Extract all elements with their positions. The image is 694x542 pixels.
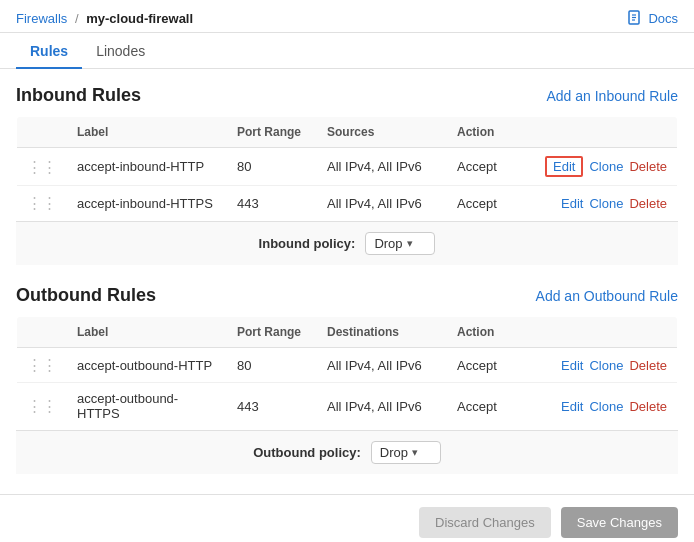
add-inbound-rule-link[interactable]: Add an Inbound Rule [546,88,678,104]
outbound-col-action-header: Action [447,317,527,348]
outbound-rule-port: 80 [227,348,317,383]
outbound-policy-value: Drop [380,445,408,460]
inbound-policy-label: Inbound policy: [259,236,356,251]
inbound-rule-sources: All IPv4, All IPv6 [317,186,447,221]
drag-handle-icon: ⋮⋮ [27,158,57,175]
table-row: ⋮⋮ accept-inbound-HTTP 80 All IPv4, All … [17,148,678,186]
breadcrumb-parent[interactable]: Firewalls [16,11,67,26]
inbound-col-action-header: Action [447,117,527,148]
inbound-col-sources-header: Sources [317,117,447,148]
footer-bar: Discard Changes Save Changes [0,494,694,542]
save-changes-button[interactable]: Save Changes [561,507,678,538]
drag-handle-icon: ⋮⋮ [27,194,57,211]
outbound-col-destinations-header: Destinations [317,317,447,348]
delete-button[interactable]: Delete [629,196,667,211]
table-row: ⋮⋮ accept-inbound-HTTPS 443 All IPv4, Al… [17,186,678,221]
outbound-rule-port: 443 [227,383,317,430]
inbound-rule-label: accept-inbound-HTTPS [67,186,227,221]
outbound-policy-label: Outbound policy: [253,445,361,460]
inbound-header: Inbound Rules Add an Inbound Rule [16,85,678,106]
drag-handle-icon: ⋮⋮ [27,397,57,414]
docs-icon [627,10,643,26]
breadcrumb: Firewalls / my-cloud-firewall [16,11,193,26]
outbound-rule-action-btns: Edit Clone Delete [537,399,667,414]
edit-button[interactable]: Edit [561,399,583,414]
inbound-col-label-header: Label [67,117,227,148]
outbound-section: Outbound Rules Add an Outbound Rule Labe… [16,285,678,474]
inbound-policy-arrow-icon: ▾ [407,237,413,250]
outbound-rule-destinations: All IPv4, All IPv6 [317,383,447,430]
clone-button[interactable]: Clone [589,156,623,177]
inbound-rule-action-btns: Edit Clone Delete [537,156,667,177]
inbound-policy-row: Inbound policy: Drop ▾ [16,221,678,265]
inbound-col-port-header: Port Range [227,117,317,148]
inbound-rule-label: accept-inbound-HTTP [67,148,227,186]
delete-button[interactable]: Delete [629,358,667,373]
outbound-rule-action: Accept [447,383,527,430]
inbound-rule-port: 80 [227,148,317,186]
tabs-bar: Rules Linodes [0,33,694,69]
content: Inbound Rules Add an Inbound Rule Label … [0,69,694,494]
tab-linodes[interactable]: Linodes [82,33,159,69]
breadcrumb-sep: / [75,11,79,26]
delete-button[interactable]: Delete [629,156,667,177]
tab-rules[interactable]: Rules [16,33,82,69]
outbound-rule-action-btns: Edit Clone Delete [537,358,667,373]
edit-button[interactable]: Edit [545,156,583,177]
inbound-col-btns-header [527,117,678,148]
outbound-col-btns-header [527,317,678,348]
docs-link[interactable]: Docs [627,10,678,26]
inbound-rule-sources: All IPv4, All IPv6 [317,148,447,186]
outbound-table: Label Port Range Destinations Action ⋮⋮ … [16,316,678,430]
clone-button[interactable]: Clone [589,358,623,373]
table-row: ⋮⋮ accept-outbound-HTTP 80 All IPv4, All… [17,348,678,383]
outbound-rule-destinations: All IPv4, All IPv6 [317,348,447,383]
outbound-policy-row: Outbound policy: Drop ▾ [16,430,678,474]
outbound-col-drag-header [17,317,68,348]
delete-button[interactable]: Delete [629,399,667,414]
discard-changes-button[interactable]: Discard Changes [419,507,551,538]
docs-label: Docs [648,11,678,26]
breadcrumb-current: my-cloud-firewall [86,11,193,26]
table-row: ⋮⋮ accept-outbound-HTTPS 443 All IPv4, A… [17,383,678,430]
inbound-table: Label Port Range Sources Action ⋮⋮ accep… [16,116,678,221]
edit-button[interactable]: Edit [561,358,583,373]
inbound-col-drag-header [17,117,68,148]
edit-button[interactable]: Edit [561,196,583,211]
clone-button[interactable]: Clone [589,399,623,414]
inbound-rule-action: Accept [447,148,527,186]
inbound-rule-port: 443 [227,186,317,221]
outbound-rule-label: accept-outbound-HTTP [67,348,227,383]
drag-handle-icon: ⋮⋮ [27,356,57,373]
inbound-rule-action-btns: Edit Clone Delete [537,196,667,211]
outbound-policy-arrow-icon: ▾ [412,446,418,459]
outbound-title: Outbound Rules [16,285,156,306]
inbound-title: Inbound Rules [16,85,141,106]
add-outbound-rule-link[interactable]: Add an Outbound Rule [536,288,678,304]
top-bar: Firewalls / my-cloud-firewall Docs [0,0,694,33]
outbound-header: Outbound Rules Add an Outbound Rule [16,285,678,306]
outbound-col-label-header: Label [67,317,227,348]
inbound-policy-select[interactable]: Drop ▾ [365,232,435,255]
outbound-policy-select[interactable]: Drop ▾ [371,441,441,464]
outbound-rule-label: accept-outbound-HTTPS [67,383,227,430]
inbound-section: Inbound Rules Add an Inbound Rule Label … [16,85,678,265]
inbound-policy-value: Drop [374,236,402,251]
outbound-rule-action: Accept [447,348,527,383]
clone-button[interactable]: Clone [589,196,623,211]
outbound-col-port-header: Port Range [227,317,317,348]
inbound-rule-action: Accept [447,186,527,221]
